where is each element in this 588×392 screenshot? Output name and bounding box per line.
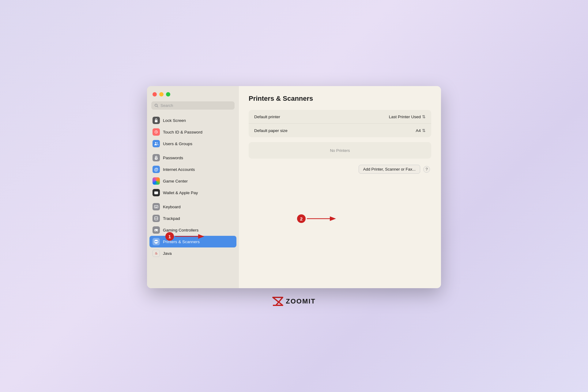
sidebar-item-users-groups[interactable]: Users & Groups — [149, 138, 236, 149]
gaming-controllers-icon — [153, 226, 160, 234]
svg-point-21 — [157, 230, 158, 231]
sidebar: Search Lock Screen — [147, 86, 239, 288]
sidebar-item-game-center-label: Game Center — [163, 179, 188, 183]
game-center-icon — [153, 177, 160, 185]
touch-id-icon — [153, 128, 160, 136]
default-paper-size-label: Default paper size — [254, 128, 288, 133]
sidebar-item-passwords-label: Passwords — [163, 156, 183, 160]
add-printer-row: Add Printer, Scanner or Fax... ? — [249, 165, 431, 174]
sidebar-item-java[interactable]: ♨ Java — [149, 247, 236, 259]
svg-point-10 — [157, 193, 158, 194]
svg-rect-11 — [154, 205, 158, 208]
annotation-badge-1: 1 — [165, 232, 174, 241]
default-paper-size-value[interactable]: A4 ⇅ — [416, 128, 426, 133]
svg-point-5 — [157, 142, 158, 144]
close-button[interactable] — [153, 92, 157, 96]
minimize-button[interactable] — [159, 92, 164, 96]
svg-rect-15 — [155, 207, 157, 208]
system-settings-window: Search Lock Screen — [147, 86, 441, 288]
wallet-icon — [153, 189, 160, 196]
svg-point-25 — [157, 242, 158, 242]
sidebar-item-passwords[interactable]: Passwords — [149, 152, 236, 164]
sidebar-item-keyboard-label: Keyboard — [163, 205, 181, 209]
sidebar-group-security: Lock Screen Touch ID & Password — [149, 115, 236, 149]
default-paper-size-stepper[interactable]: ⇅ — [422, 128, 426, 133]
annotation-2: 2 — [297, 214, 336, 223]
zoomit-logo: ZOOMIT — [272, 297, 316, 306]
sidebar-item-touch-id-label: Touch ID & Password — [163, 130, 202, 134]
sidebar-item-touch-id[interactable]: Touch ID & Password — [149, 126, 236, 138]
svg-marker-28 — [273, 297, 283, 305]
sidebar-item-internet-accounts[interactable]: @ Internet Accounts — [149, 164, 236, 175]
annotation-1: 1 — [165, 232, 205, 241]
svg-point-0 — [155, 104, 157, 106]
svg-rect-9 — [154, 192, 158, 193]
sidebar-item-lock-screen[interactable]: Lock Screen — [149, 115, 236, 126]
internet-accounts-icon: @ — [153, 166, 160, 173]
svg-rect-13 — [156, 206, 156, 206]
sidebar-item-lock-screen-label: Lock Screen — [163, 118, 186, 123]
keyboard-icon — [153, 203, 160, 210]
sidebar-item-gaming-controllers-label: Gaming Controllers — [163, 228, 198, 232]
default-printer-stepper[interactable]: ⇅ — [422, 114, 426, 119]
main-content: Printers & Scanners Default printer Last… — [239, 86, 441, 288]
search-icon — [154, 104, 159, 108]
sidebar-item-trackpad[interactable]: Trackpad — [149, 213, 236, 224]
svg-rect-2 — [155, 120, 158, 122]
no-printers-section: No Printers — [249, 142, 431, 159]
default-printer-row: Default printer Last Printer Used ⇅ — [249, 110, 431, 124]
users-groups-icon — [153, 140, 160, 147]
sidebar-item-internet-accounts-label: Internet Accounts — [163, 167, 195, 172]
svg-point-20 — [157, 230, 157, 230]
sidebar-item-wallet-label: Wallet & Apple Pay — [163, 190, 198, 195]
lock-screen-icon — [153, 117, 160, 124]
svg-rect-12 — [155, 206, 156, 206]
sidebar-group-hardware: Keyboard Trackpad — [149, 201, 236, 259]
passwords-icon — [153, 154, 160, 161]
default-printer-value[interactable]: Last Printer Used ⇅ — [389, 114, 426, 119]
sidebar-item-keyboard[interactable]: Keyboard — [149, 201, 236, 213]
sidebar-item-java-label: Java — [163, 251, 172, 256]
sidebar-item-trackpad-label: Trackpad — [163, 216, 180, 221]
sidebar-item-wallet[interactable]: Wallet & Apple Pay — [149, 187, 236, 198]
annotation-badge-2: 2 — [297, 214, 306, 223]
svg-line-1 — [157, 106, 158, 107]
sidebar-group-accounts: Passwords @ Internet Accounts Game Cente… — [149, 152, 236, 198]
annotation-arrow-2 — [306, 214, 336, 223]
add-printer-button[interactable]: Add Printer, Scanner or Fax... — [359, 165, 420, 174]
svg-rect-14 — [157, 206, 158, 206]
traffic-lights — [147, 92, 239, 101]
help-button[interactable]: ? — [423, 166, 430, 173]
default-paper-size-row: Default paper size A4 ⇅ — [249, 124, 431, 137]
settings-section-defaults: Default printer Last Printer Used ⇅ Defa… — [249, 110, 431, 137]
sidebar-item-users-groups-label: Users & Groups — [163, 141, 192, 146]
no-printers-text: No Printers — [330, 148, 350, 153]
zoomit-z-icon — [272, 297, 283, 306]
svg-point-4 — [155, 142, 156, 143]
printers-scanners-icon — [153, 238, 160, 245]
search-placeholder: Search — [160, 103, 173, 108]
search-bar[interactable]: Search — [151, 101, 235, 110]
sidebar-item-game-center[interactable]: Game Center — [149, 175, 236, 187]
trackpad-icon — [153, 215, 160, 222]
default-printer-label: Default printer — [254, 115, 280, 119]
maximize-button[interactable] — [166, 92, 170, 96]
zoomit-brand-name: ZOOMIT — [286, 297, 316, 305]
svg-rect-24 — [155, 242, 157, 243]
page-title: Printers & Scanners — [249, 95, 431, 103]
svg-point-7 — [156, 158, 157, 159]
annotation-arrow-1 — [174, 232, 205, 241]
java-icon: ♨ — [153, 250, 160, 257]
